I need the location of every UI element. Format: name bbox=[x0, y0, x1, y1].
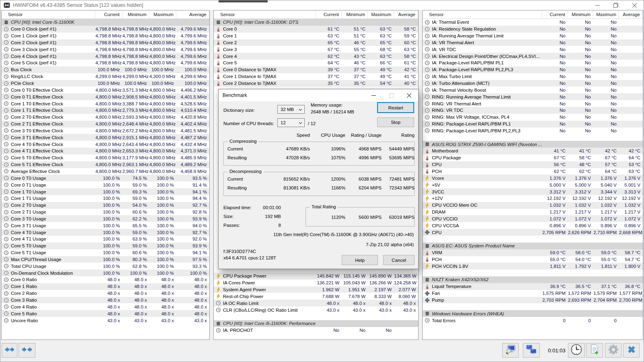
sensor-row[interactable]: IA OC Ratio Limit48.0 x48.0 x48.0 x48.0 … bbox=[214, 300, 418, 306]
minimize-icon[interactable] bbox=[588, 0, 607, 10]
settings-button[interactable] bbox=[605, 343, 621, 358]
sensor-row[interactable]: Core 4 T0 Effective Clock4,800.0 MHz2,64… bbox=[2, 141, 209, 148]
sensor-row[interactable]: Total CPU Usage100.0 %62.8 %100.0 %93.3 … bbox=[2, 263, 209, 269]
sensor-row[interactable]: CPU Package67 °C58 °C67 °C64 °C bbox=[423, 154, 643, 161]
sensor-row[interactable]: Core 1 Clock (perf #1)4,798.8 MHz4,798.8… bbox=[2, 33, 209, 39]
sensor-row[interactable]: Core 3 Ratio48.0 x48.0 x48.0 x48.0 x bbox=[2, 297, 209, 304]
sensor-row[interactable]: Core 0 Distance to TjMAX39 °C37 °C49 °C4… bbox=[214, 66, 418, 73]
sensor-row[interactable]: +5V5.000 V5.000 V5.040 V5.001 V bbox=[423, 181, 643, 188]
sensor-row[interactable]: Core 462 °C43 °C63 °C58 °C bbox=[214, 53, 418, 60]
sensor-row[interactable]: Core 3 Clock (perf #1)4,798.8 MHz4,798.8… bbox=[2, 46, 209, 53]
sensor-row[interactable]: IA: Running Average Thermal LimitNoNoNo bbox=[423, 33, 643, 39]
sensor-group-row[interactable]: CPU [#0]: Intel Core i5-11600K bbox=[2, 19, 209, 26]
sensor-row[interactable]: Core 265 °C46 °C65 °C60 °C bbox=[214, 39, 418, 46]
sensor-row[interactable]: Core 1 T0 Effective Clock4,800.0 MHz3,38… bbox=[2, 100, 209, 107]
restart-button[interactable]: Restart bbox=[377, 102, 414, 113]
sensor-row[interactable]: IA: Max Turbo LimitNoNoNo bbox=[423, 73, 643, 80]
sensor-row[interactable]: Core 0 Clock (perf #1)4,798.8 MHz4,798.8… bbox=[2, 26, 209, 33]
system-summary-button[interactable] bbox=[502, 343, 519, 358]
sensor-row[interactable]: Rest-of-Chip Power7.688 W7.678 W8.333 W8… bbox=[214, 293, 418, 300]
sensor-group-row[interactable]: ASUS EC: ASUS System Product Name bbox=[423, 243, 643, 249]
sensor-row[interactable]: Average Effective Clock4,800.0 MHz2,960.… bbox=[2, 168, 209, 175]
sensor-row[interactable]: Core 1 T1 Effective Clock4,800.0 MHz2,77… bbox=[2, 107, 209, 114]
sensor-group-row[interactable]: CPU [#0]: Intel Core i5-11600K: DTS bbox=[214, 19, 418, 26]
sensor-row[interactable]: IA: VR TDCNoNoNo bbox=[423, 46, 643, 53]
sensor-row[interactable]: CPU2,705 RPM2,626 RPM2,710 RPM2,668 RPM bbox=[423, 229, 643, 236]
sensor-row[interactable]: IA: Electrical Design Point/Other (ICCma… bbox=[423, 53, 643, 60]
sensor-row[interactable]: Core 2 T0 Usage100.0 %54.0 %100.0 %92.7 … bbox=[2, 202, 209, 209]
sensor-row[interactable]: VRM59.0 °C58.0 °C59.0 °C58.7 °C bbox=[423, 249, 643, 256]
sensor-group-row[interactable]: ASUS ROG STRIX Z590-I GAMING WIFI (Nuvot… bbox=[423, 141, 643, 148]
sensor-row[interactable]: Core 4 Clock (perf #1)4,798.8 MHz4,798.8… bbox=[2, 53, 209, 60]
dialog-minimize-icon[interactable] bbox=[365, 90, 382, 101]
sensor-row[interactable]: Core 4 Ratio48.0 x48.0 x48.0 x48.0 x bbox=[2, 303, 209, 310]
dialog-close-icon[interactable] bbox=[400, 90, 418, 101]
sensor-row[interactable]: Uncore Ratio43.0 x43.0 x43.0 x43.0 x bbox=[2, 317, 209, 324]
sensor-row[interactable]: PCH55.0 °C54.0 °C55.0 °C54.7 °C bbox=[423, 256, 643, 263]
sensor-row[interactable]: CPU VCCSA0.896 V0.896 V0.896 V0.896 V bbox=[423, 222, 643, 229]
sensor-row[interactable]: Total Errors000 bbox=[423, 317, 643, 324]
sensor-row[interactable]: IA: VR Thermal AlertNoNoNo bbox=[423, 39, 643, 46]
sensor-row[interactable]: IA: Residency State RegulationNoNoNo bbox=[423, 26, 643, 33]
remote-monitoring-button[interactable] bbox=[523, 343, 540, 358]
sensor-row[interactable]: Core 0 Ratio48.0 x48.0 x48.0 x48.0 x bbox=[2, 276, 209, 283]
sensor-row[interactable]: Core 4 T0 Usage100.0 %59.0 %100.0 %92.7 … bbox=[2, 229, 209, 236]
column-header-current[interactable]: Current bbox=[316, 10, 342, 19]
sensor-row[interactable]: Core 1 T1 Usage100.0 %59.0 %100.0 %94.4 … bbox=[2, 195, 209, 202]
create-report-button[interactable] bbox=[586, 343, 603, 358]
expand-columns-button[interactable] bbox=[2, 343, 17, 358]
sensor-row[interactable]: Core 3 T1 Effective Clock4,800.0 MHz2,91… bbox=[2, 134, 209, 141]
sensor-row[interactable]: Core 1 Distance to TjMAX37 °C37 °C49 °C4… bbox=[214, 73, 418, 80]
sensor-row[interactable]: CPU VCCIO1.072 V1.072 V1.072 V1.072 V bbox=[423, 215, 643, 222]
sensor-row[interactable]: Ring/LLC Clock4,299.0 MHz4,299.0 MHz4,30… bbox=[2, 73, 209, 80]
sensor-row[interactable]: IA: Turbo Attenuation (MCT)NoNoNo bbox=[423, 80, 643, 87]
restore-icon[interactable] bbox=[607, 0, 625, 10]
column-header-current[interactable]: Current bbox=[542, 10, 568, 19]
title-bar[interactable]: HWiNFO64 v6.43-4385 Sensor Status [122 v… bbox=[0, 0, 644, 10]
column-header-current[interactable]: Current bbox=[95, 10, 122, 19]
sensor-row[interactable]: Fan1,575 RPM1,572 RPM1,579 RPM1,577 RPM bbox=[423, 290, 643, 297]
sensor-row[interactable]: Core 3 T0 Effective Clock4,800.0 MHz2,67… bbox=[2, 128, 209, 134]
sensor-row[interactable]: RING: Max VR Voltage, ICCmax, PL4NoNoNo bbox=[423, 114, 643, 121]
sensor-row[interactable]: +12V12.192 V12.192 V12.192 V12.192 V bbox=[423, 195, 643, 202]
sensor-row[interactable]: CPU VCCIO Mem OC1.032 V1.032 V1.032 V1.0… bbox=[423, 202, 643, 209]
sensor-row[interactable]: On-Demand Clock Modulation100.0 %100.0 %… bbox=[2, 269, 209, 276]
sensor-group-row[interactable]: CPU [#0]: Intel Core i5-11600K: Performa… bbox=[214, 320, 418, 327]
sensor-row[interactable]: RING: Package-Level RAPL/PBM PL2,PL3NoNo… bbox=[423, 128, 643, 134]
sensor-row[interactable]: Pump2,703 RPM2,693 RPM2,704 RPM2,700 RPM bbox=[423, 297, 643, 304]
clock-button[interactable] bbox=[568, 343, 585, 358]
sensor-row[interactable]: IA: Thermal EventNoNoNo bbox=[423, 19, 643, 26]
collapse-columns-button[interactable] bbox=[19, 343, 35, 358]
sensor-row[interactable]: Core 5 T1 Usage100.0 %60.6 %100.0 %94.1 … bbox=[2, 249, 209, 256]
cpu-threads-select[interactable]: 12 bbox=[277, 118, 305, 127]
sensor-row[interactable]: Core 5 T0 Effective Clock4,800.0 MHz3,17… bbox=[2, 154, 209, 161]
sensor-row[interactable]: IA Cores Power136.221 W105.043 W136.266 … bbox=[214, 280, 418, 286]
sensor-row[interactable]: Bus Clock100.0 MHz100.0 MHz100.0 MHz100.… bbox=[2, 66, 209, 73]
sensor-row[interactable]: Core 0 T0 Usage100.0 %74.5 %100.0 %93.5 … bbox=[2, 175, 209, 181]
column-header-maximum[interactable]: Maximum bbox=[593, 10, 619, 19]
sensor-row[interactable]: Core 0 T1 Effective Clock4,800.0 MHz2,90… bbox=[2, 93, 209, 100]
sensor-row[interactable]: Core 061 °C51 °C63 °C58 °C bbox=[214, 26, 418, 33]
sensor-row[interactable]: RING: VR TDCNoNoNo bbox=[423, 107, 643, 114]
sensor-row[interactable]: Core 5 Ratio48.0 x48.0 x48.0 x48.0 x bbox=[2, 310, 209, 317]
sensor-row[interactable]: Core 2 T1 Usage100.0 %60.6 %100.0 %92.8 … bbox=[2, 209, 209, 216]
sensor-row[interactable]: PCIe Clock100.0 MHz100.0 MHz100.0 MHz100… bbox=[2, 80, 209, 87]
sensor-row[interactable]: PCH62 °C62 °C64 °C63 °C bbox=[423, 168, 643, 175]
stop-button[interactable]: Stop bbox=[377, 117, 414, 127]
sensor-row[interactable]: Motherboard41 °C41 °C42 °C42 °C bbox=[423, 148, 643, 154]
column-header-average[interactable]: Average bbox=[176, 10, 209, 19]
sensor-row[interactable]: RING: Package-Level RAPL/PBM PL1NoNoNo bbox=[423, 121, 643, 128]
close-icon[interactable] bbox=[625, 0, 644, 10]
sensor-row[interactable]: IA: Package-Level RAPL/PBM PL1NoNoNo bbox=[423, 60, 643, 66]
sensor-row[interactable]: IA: Package-Level RAPL/PBM PL2,PL3NoNoNo bbox=[423, 66, 643, 73]
sensor-row[interactable]: IA: Thermal Velocity BoostNoNoNo bbox=[423, 86, 643, 93]
sensor-row[interactable]: CLR (CBo/LLC/Ring) OC Ratio Limit43.0 x4… bbox=[214, 306, 418, 313]
column-header-minimum[interactable]: Minimum bbox=[122, 10, 149, 19]
column-header-sensor[interactable]: Sensor bbox=[423, 10, 542, 19]
column-header-sensor[interactable]: Sensor bbox=[214, 10, 316, 19]
cancel-button[interactable]: Cancel bbox=[383, 255, 415, 265]
help-button[interactable]: Help bbox=[342, 255, 378, 265]
sensor-row[interactable]: PCH VCCIN 1.8V1.811 V1.792 V1.811 V1.800… bbox=[423, 263, 643, 269]
sensor-row[interactable]: Core 2 Distance to TjMAX35 °C35 °C54 °C4… bbox=[214, 80, 418, 87]
sensor-row[interactable]: CPU56 °C48 °C57 °C53 °C bbox=[423, 161, 643, 168]
